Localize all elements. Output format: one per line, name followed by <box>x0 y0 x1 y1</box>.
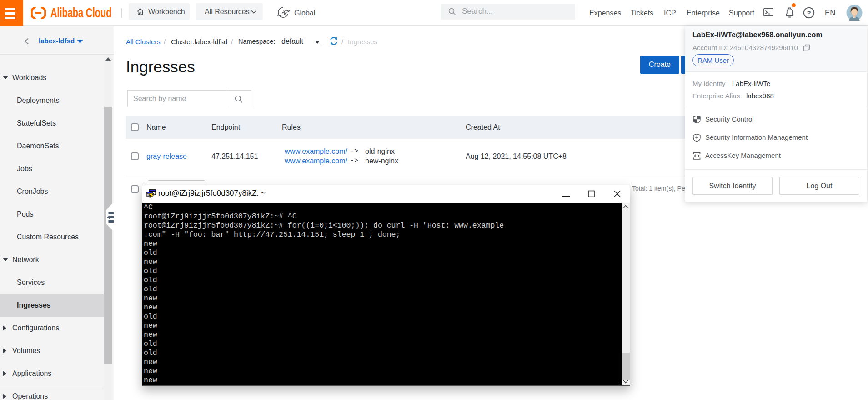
svg-text:?: ? <box>807 9 811 17</box>
